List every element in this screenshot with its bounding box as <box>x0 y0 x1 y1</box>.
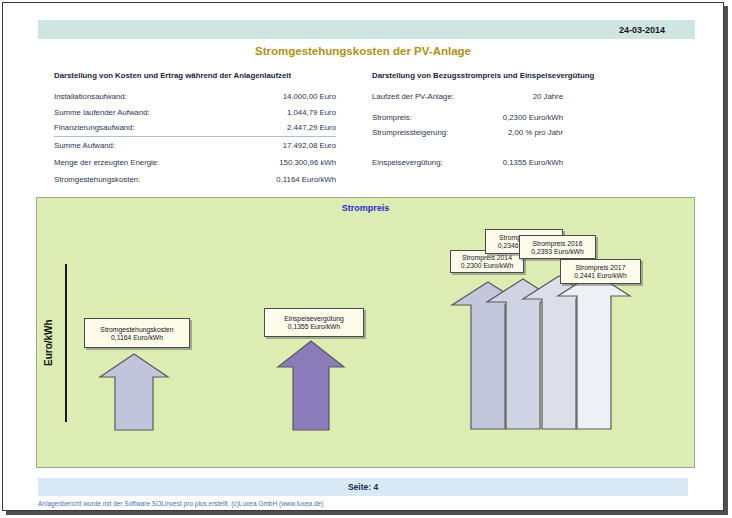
row-label: Summe Aufwand: <box>54 141 115 150</box>
page-number-bar: Seite: 4 <box>38 478 688 496</box>
arrow-ev <box>278 341 344 430</box>
table-row: Laufzeit der PV-Anlage: 20 Jahre <box>372 92 563 101</box>
label-title: Einspeisevergütung <box>265 315 363 322</box>
table-row: Strompreis: 0,2300 Euro/kWh <box>372 113 563 122</box>
row-label: Finanzierungsaufwand: <box>54 123 135 132</box>
table-row: Stromgestehungskosten: 0,1164 Euro/kWh <box>54 175 336 184</box>
label-value: 0,1355 Euro/kWh <box>265 323 363 330</box>
row-value: 2.447,29 Euro <box>287 123 336 132</box>
table-row: Summe laufender Aufwand: 1.044,79 Euro <box>54 108 336 117</box>
row-value: 20 Jahre <box>533 92 563 101</box>
strompreis-chart-area: Strompreis Euro/kWh Stromgestehungskoste… <box>36 197 695 468</box>
label-title: Strompreis 2014 <box>451 254 523 261</box>
row-label: Stromgestehungskosten: <box>54 175 140 184</box>
label-title: Stromgestehungskosten <box>85 326 189 333</box>
label-title: Strompreis 2017 <box>561 264 640 271</box>
table-row: Einspeisevergütung: 0,1355 Euro/kWh <box>372 158 563 167</box>
row-label: Installationsaufwand: <box>54 92 127 101</box>
row-value: 0,2300 Euro/kWh <box>503 113 563 122</box>
label-title: Strompreis 2016 <box>520 240 595 247</box>
sum-separator <box>54 136 336 137</box>
row-value: 2,00 % pro Jahr <box>508 128 563 137</box>
row-label: Laufzeit der PV-Anlage: <box>372 92 454 101</box>
row-value: 14.000,00 Euro <box>283 92 336 101</box>
software-credit: Anlagenbericht wurde mit der Software SO… <box>38 500 323 507</box>
report-page: 24-03-2014 Stromgestehungskosten der PV-… <box>2 2 724 511</box>
label-value: 0,2393 Euro/kWh <box>520 248 595 255</box>
row-label: Summe laufender Aufwand: <box>54 108 150 117</box>
table-row: Strompreissteigerung: 2,00 % pro Jahr <box>372 128 563 137</box>
table-row: Summe Aufwand: 17.492,08 Euro <box>54 141 336 150</box>
row-label: Strompreis: <box>372 113 412 122</box>
costs-table-heading: Darstellung von Kosten und Ertrag währen… <box>54 71 291 80</box>
row-value: 17.492,08 Euro <box>283 141 336 150</box>
label-box-strompreis-2016: Strompreis 2016 0,2393 Euro/kWh <box>519 235 596 259</box>
arrow-sgk <box>100 354 168 430</box>
row-label: Einspeisevergütung: <box>372 158 443 167</box>
row-label: Strompreissteigerung: <box>372 128 448 137</box>
page-number: Seite: 4 <box>348 482 378 492</box>
label-value: 0,2300 Euro/kWh <box>451 262 523 269</box>
tariff-table-heading: Darstellung von Bezugsstrompreis und Ein… <box>372 71 594 80</box>
table-row: Installationsaufwand: 14.000,00 Euro <box>54 92 336 101</box>
page-title: Stromgestehungskosten der PV-Anlage <box>3 45 723 57</box>
table-row: Finanzierungsaufwand: 2.447,29 Euro <box>54 123 336 132</box>
label-value: 0,2441 Euro/kWh <box>561 272 640 279</box>
label-box-strompreis-2017: Strompreis 2017 0,2441 Euro/kWh <box>560 259 641 284</box>
date-bar: 24-03-2014 <box>38 20 695 39</box>
row-value: 150.300,96 kWh <box>279 158 336 167</box>
report-date: 24-03-2014 <box>619 25 665 35</box>
label-value: 0,1164 Euro/kWh <box>85 334 189 341</box>
row-label: Menge der erzeugten Energie: <box>54 158 159 167</box>
row-value: 1.044,79 Euro <box>287 108 336 117</box>
row-value: 0,1164 Euro/kWh <box>276 175 336 184</box>
label-box-stromgestehungskosten: Stromgestehungskosten 0,1164 Euro/kWh <box>84 318 190 348</box>
table-row: Menge der erzeugten Energie: 150.300,96 … <box>54 158 336 167</box>
label-box-einspeiseverguetung: Einspeisevergütung 0,1355 Euro/kWh <box>264 308 364 337</box>
row-value: 0,1355 Euro/kWh <box>503 158 563 167</box>
